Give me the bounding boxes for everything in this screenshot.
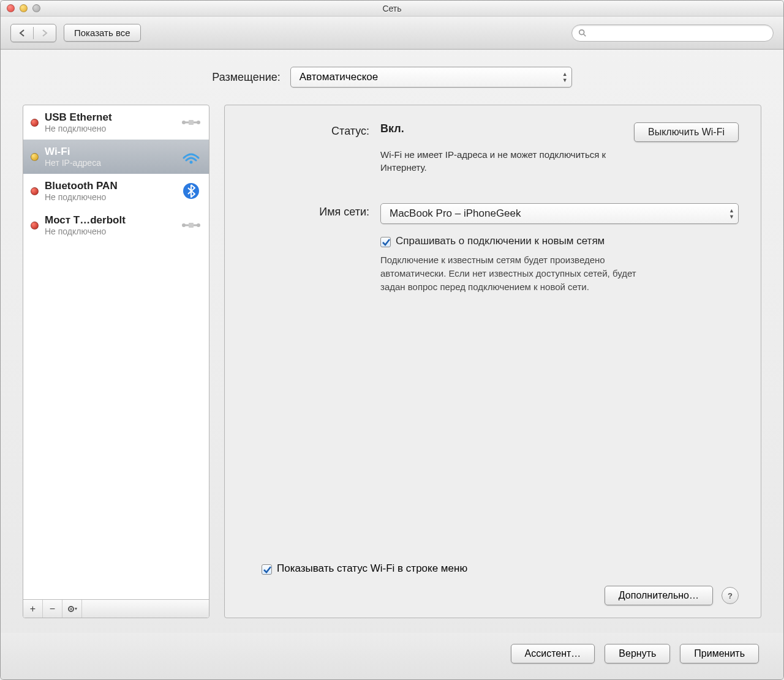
service-name: USB Ethernet (45, 111, 175, 124)
assist-button[interactable]: Ассистент… (511, 644, 595, 663)
window-footer: Ассистент… Вернуть Применить (1, 633, 783, 679)
search-icon (578, 29, 587, 37)
nav-back-button[interactable] (11, 29, 33, 37)
toolbar: Показать все (1, 17, 783, 50)
checkmark-icon (263, 566, 271, 574)
network-name-label: Имя сети: (247, 203, 369, 224)
titlebar: Сеть (1, 1, 783, 17)
remove-service-button[interactable]: − (43, 600, 62, 618)
service-status: Не подключено (45, 226, 175, 236)
network-preferences-window: Сеть Показать все Размещение: Автоматиче… (0, 0, 784, 680)
updown-arrows-icon: ▲▼ (562, 71, 568, 83)
revert-button[interactable]: Вернуть (605, 644, 670, 663)
wifi-toggle-button[interactable]: Выключить Wi-Fi (634, 122, 739, 142)
service-actions-button[interactable] (62, 600, 82, 618)
network-name-popup[interactable]: MacBook Pro – iPhoneGeek ▲▼ (380, 203, 739, 224)
show-all-button[interactable]: Показать все (64, 24, 141, 42)
status-dot-icon (31, 222, 39, 230)
svg-point-2 (182, 121, 186, 124)
status-dot-icon (31, 119, 39, 127)
location-label: Размещение: (212, 71, 280, 84)
add-service-button[interactable]: + (23, 600, 43, 618)
service-item-thunderbolt[interactable]: Мост T…derbolt Не подключено (23, 208, 209, 242)
nav-forward-button[interactable] (34, 29, 56, 37)
network-name-value: MacBook Pro – iPhoneGeek (390, 207, 521, 220)
nav-back-forward (10, 24, 56, 42)
status-value: Вкл. (380, 122, 404, 135)
status-dot-icon (31, 153, 39, 161)
search-input[interactable] (590, 28, 767, 38)
updown-arrows-icon: ▲▼ (729, 207, 734, 220)
location-popup[interactable]: Автоматическое ▲▼ (290, 67, 572, 88)
service-status: Не подключено (45, 124, 175, 133)
ask-join-help: Подключение к известным сетям будет прои… (380, 253, 638, 293)
status-dot-icon (31, 187, 39, 195)
service-item-wifi[interactable]: Wi-Fi Нет IP-адреса (23, 140, 209, 174)
ask-join-checkbox[interactable] (380, 237, 391, 247)
service-name: Мост T…derbolt (45, 214, 175, 226)
svg-point-0 (579, 29, 584, 34)
svg-point-8 (197, 223, 200, 227)
ethernet-icon (181, 114, 202, 131)
status-label: Статус: (247, 122, 369, 174)
show-menubar-checkbox[interactable] (262, 564, 272, 575)
service-status: Не подключено (45, 192, 175, 202)
chevron-left-icon (19, 29, 25, 37)
detail-panel: Статус: Вкл. Выключить Wi-Fi Wi-Fi не им… (224, 105, 761, 618)
content-area: Размещение: Автоматическое ▲▼ USB Ethern… (1, 50, 783, 633)
checkmark-icon (382, 238, 390, 247)
chevron-right-icon (42, 29, 48, 37)
ethernet-icon (181, 217, 202, 234)
apply-button[interactable]: Применить (680, 644, 759, 663)
svg-point-5 (190, 161, 193, 164)
service-status: Нет IP-адреса (45, 158, 175, 168)
advanced-button[interactable]: Дополнительно… (605, 586, 713, 605)
service-name: Wi-Fi (45, 146, 175, 158)
service-item-bluetooth[interactable]: Bluetooth PAN Не подключено (23, 174, 209, 208)
services-list: USB Ethernet Не подключено Wi-Fi Нет IP-… (23, 105, 209, 599)
svg-line-1 (584, 34, 586, 36)
help-button[interactable]: ? (722, 587, 739, 604)
svg-rect-4 (189, 120, 194, 125)
svg-rect-9 (189, 223, 194, 228)
service-item-usb-ethernet[interactable]: USB Ethernet Не подключено (23, 105, 209, 140)
window-title: Сеть (1, 4, 783, 13)
services-sidebar: USB Ethernet Не подключено Wi-Fi Нет IP-… (23, 105, 209, 618)
location-value: Автоматическое (300, 71, 378, 83)
svg-point-7 (182, 223, 186, 227)
svg-point-11 (70, 608, 72, 610)
service-name: Bluetooth PAN (45, 180, 175, 192)
wifi-icon (181, 148, 202, 165)
search-field[interactable] (571, 24, 774, 42)
sidebar-footer: + − (23, 599, 209, 618)
location-row: Размещение: Автоматическое ▲▼ (23, 67, 761, 88)
show-menubar-label: Показывать статус Wi-Fi в строке меню (277, 562, 467, 575)
gear-icon (67, 605, 78, 613)
ask-join-label: Спрашивать о подключении к новым сетям (396, 235, 605, 247)
svg-point-3 (197, 121, 200, 124)
bluetooth-icon (181, 182, 202, 200)
status-description: Wi-Fi не имеет IP-адреса и не может подк… (380, 148, 625, 174)
